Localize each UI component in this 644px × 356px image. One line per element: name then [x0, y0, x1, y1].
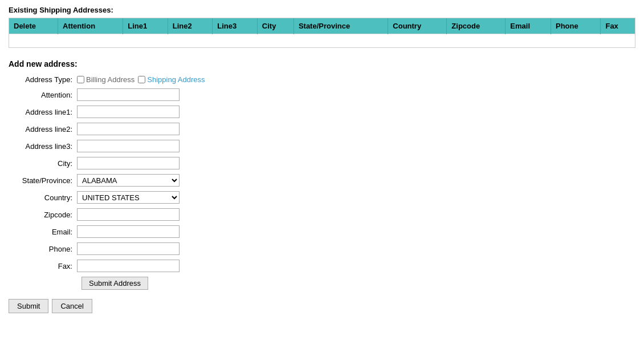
state-province-label: State/Province: — [9, 176, 77, 185]
existing-addresses-title: Existing Shipping Addresses: — [9, 6, 635, 14]
address-line3-input[interactable] — [77, 140, 180, 152]
address-line1-label: Address line1: — [9, 108, 77, 116]
city-row: City: — [9, 157, 635, 169]
cancel-button[interactable]: Cancel — [52, 299, 92, 313]
col-attention: Attention — [58, 18, 123, 34]
phone-label: Phone: — [9, 245, 77, 253]
address-type-group: Billing Address Shipping Address — [77, 75, 205, 84]
state-province-select[interactable]: ALABAMA ALASKA ARIZONA ARKANSAS CALIFORN… — [77, 174, 180, 187]
zipcode-input[interactable] — [77, 208, 180, 221]
col-city: City — [257, 18, 294, 34]
empty-cell — [9, 34, 635, 48]
shipping-address-label[interactable]: Shipping Address — [138, 75, 205, 84]
attention-label: Attention: — [9, 91, 77, 99]
col-phone: Phone — [551, 18, 601, 34]
col-delete: Delete — [9, 18, 58, 34]
fax-input[interactable] — [77, 260, 180, 272]
address-line3-row: Address line3: — [9, 140, 635, 152]
addresses-table-wrapper: Delete Attention Line1 Line2 Line3 City … — [9, 18, 635, 48]
billing-address-label[interactable]: Billing Address — [77, 75, 134, 84]
submit-address-button[interactable]: Submit Address — [81, 277, 148, 290]
col-email: Email — [506, 18, 551, 34]
col-line1: Line1 — [123, 18, 168, 34]
address-line3-label: Address line3: — [9, 142, 77, 151]
col-line3: Line3 — [213, 18, 258, 34]
add-new-title: Add new address: — [9, 59, 635, 68]
addresses-table: Delete Attention Line1 Line2 Line3 City … — [9, 18, 635, 47]
existing-addresses-section: Existing Shipping Addresses: Delete Atte… — [9, 6, 635, 48]
col-line2: Line2 — [168, 18, 213, 34]
address-type-row: Address Type: Billing Address Shipping A… — [9, 75, 635, 84]
col-country: Country — [388, 18, 447, 34]
shipping-address-link[interactable]: Shipping Address — [147, 75, 205, 84]
address-line2-input[interactable] — [77, 123, 180, 135]
state-province-row: State/Province: ALABAMA ALASKA ARIZONA A… — [9, 174, 635, 187]
table-header-row: Delete Attention Line1 Line2 Line3 City … — [9, 18, 635, 34]
address-line2-row: Address line2: — [9, 123, 635, 135]
submit-button[interactable]: Submit — [9, 299, 48, 313]
fax-label: Fax: — [9, 262, 77, 270]
phone-input[interactable] — [77, 242, 180, 255]
add-new-address-section: Add new address: Address Type: Billing A… — [9, 59, 635, 313]
city-input[interactable] — [77, 157, 180, 169]
city-label: City: — [9, 159, 77, 168]
address-line1-row: Address line1: — [9, 106, 635, 118]
col-zipcode: Zipcode — [447, 18, 506, 34]
billing-address-checkbox[interactable] — [77, 76, 84, 83]
address-line2-label: Address line2: — [9, 125, 77, 134]
submit-address-btn-container: Submit Address — [81, 277, 635, 290]
zipcode-label: Zipcode: — [9, 211, 77, 219]
country-select[interactable]: UNITED STATES CANADA MEXICO UNITED KINGD… — [77, 191, 180, 204]
fax-row: Fax: — [9, 260, 635, 272]
attention-row: Attention: — [9, 88, 635, 101]
bottom-buttons: Submit Cancel — [9, 299, 635, 313]
billing-address-link[interactable]: Billing Address — [86, 75, 134, 84]
country-row: Country: UNITED STATES CANADA MEXICO UNI… — [9, 191, 635, 204]
shipping-address-checkbox[interactable] — [138, 76, 145, 83]
col-fax: Fax — [601, 18, 635, 34]
email-input[interactable] — [77, 225, 180, 238]
phone-row: Phone: — [9, 242, 635, 255]
address-type-label: Address Type: — [9, 75, 77, 84]
zipcode-row: Zipcode: — [9, 208, 635, 221]
email-row: Email: — [9, 225, 635, 238]
address-line1-input[interactable] — [77, 106, 180, 118]
country-label: Country: — [9, 193, 77, 202]
attention-input[interactable] — [77, 88, 180, 101]
table-body — [9, 34, 635, 48]
col-state-province: State/Province — [294, 18, 388, 34]
email-label: Email: — [9, 228, 77, 236]
table-empty-row — [9, 34, 635, 48]
